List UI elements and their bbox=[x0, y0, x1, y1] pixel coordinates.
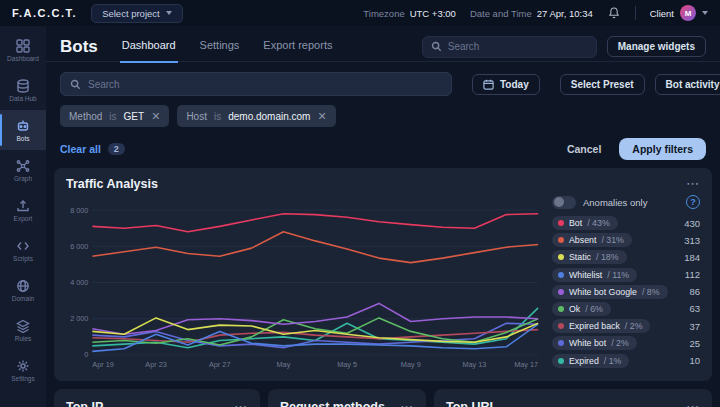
clear-all-button[interactable]: Clear all 2 bbox=[60, 143, 125, 155]
legend-count: 430 bbox=[684, 218, 700, 229]
page-title: Bots bbox=[60, 37, 98, 57]
select-project-button[interactable]: Select project bbox=[91, 4, 183, 23]
more-icon[interactable]: ⋯ bbox=[234, 403, 248, 407]
legend-count: 313 bbox=[684, 235, 700, 246]
rules-icon bbox=[16, 319, 30, 333]
today-label: Today bbox=[500, 79, 529, 90]
top-ip-card: Top IP ⋯ bbox=[54, 389, 260, 407]
globe-icon bbox=[16, 279, 30, 293]
cancel-button[interactable]: Cancel bbox=[557, 139, 611, 159]
legend-item[interactable]: Ok/ 6%63 bbox=[552, 302, 700, 316]
chip-value: GET bbox=[124, 111, 145, 122]
widget-search[interactable] bbox=[422, 36, 597, 58]
svg-text:May 13: May 13 bbox=[462, 360, 486, 369]
sidebar-item-label: Dashboard bbox=[7, 55, 39, 62]
client-label: Client bbox=[650, 8, 674, 19]
legend-item[interactable]: Whitelist/ 11%112 bbox=[552, 268, 700, 282]
filter-search[interactable] bbox=[60, 72, 452, 96]
close-icon[interactable]: ✕ bbox=[151, 111, 160, 122]
card-title: Top IP bbox=[66, 400, 103, 407]
bot-icon bbox=[16, 119, 30, 133]
close-icon[interactable]: ✕ bbox=[317, 111, 326, 122]
legend-label: White bot bbox=[569, 338, 606, 348]
sidebar-item-label: Graph bbox=[14, 175, 32, 182]
legend-color-dot bbox=[558, 272, 564, 278]
chip-field: Method bbox=[69, 111, 102, 122]
legend-item[interactable]: Bot/ 43%430 bbox=[552, 216, 700, 230]
clear-all-label: Clear all bbox=[60, 143, 101, 155]
legend-item[interactable]: Static/ 18%184 bbox=[552, 250, 700, 264]
filter-search-input[interactable] bbox=[88, 79, 442, 90]
sidebar-item-scripts[interactable]: Scripts bbox=[0, 230, 46, 270]
sidebar-item-export[interactable]: Export bbox=[0, 190, 46, 230]
sidebar-item-label: Export bbox=[14, 215, 33, 222]
timezone-value: UTC +3:00 bbox=[410, 8, 456, 19]
legend-item[interactable]: Expired/ 1%10 bbox=[552, 354, 700, 368]
legend-percent: / 43% bbox=[587, 218, 610, 228]
chip-value: demo.domain.com bbox=[228, 111, 310, 122]
line-chart: 02 0004 0006 0008 000Apr 19Apr 23Apr 27M… bbox=[66, 193, 544, 371]
filter-chip-host[interactable]: Host is demo.domain.com ✕ bbox=[177, 105, 335, 127]
dashboard-icon bbox=[16, 39, 30, 53]
sidebar-item-dashboard[interactable]: Dashboard bbox=[0, 30, 46, 70]
sidebar-item-label: Rules bbox=[15, 335, 32, 342]
sidebar-item-settings[interactable]: Settings bbox=[0, 350, 46, 390]
search-input[interactable] bbox=[448, 41, 588, 52]
top-uri-card: Top URI ⋯ bbox=[434, 389, 712, 407]
legend-percent: / 11% bbox=[607, 270, 629, 280]
legend-item[interactable]: White bot Google/ 8%86 bbox=[552, 285, 700, 299]
chart-series-absent bbox=[92, 232, 538, 263]
svg-text:May 17: May 17 bbox=[514, 360, 538, 369]
svg-text:May 9: May 9 bbox=[401, 360, 421, 369]
tab-settings[interactable]: Settings bbox=[198, 30, 242, 63]
preset-bot-activity-button[interactable]: Bot activity bbox=[655, 74, 720, 95]
sidebar-item-data-hub[interactable]: Data Hub bbox=[0, 70, 46, 110]
sidebar-item-graph[interactable]: Graph bbox=[0, 150, 46, 190]
more-icon[interactable]: ⋯ bbox=[686, 403, 700, 407]
svg-text:4 000: 4 000 bbox=[70, 278, 88, 287]
today-button[interactable]: Today bbox=[472, 74, 540, 95]
chevron-down-icon bbox=[166, 11, 172, 15]
legend-percent: / 2% bbox=[625, 321, 643, 331]
chart-series-bot bbox=[92, 214, 538, 232]
svg-text:May 5: May 5 bbox=[337, 360, 357, 369]
legend-item[interactable]: White bot/ 2%25 bbox=[552, 336, 700, 350]
sidebar-item-label: Scripts bbox=[13, 255, 33, 262]
legend-color-dot bbox=[558, 254, 564, 260]
traffic-analysis-card: Traffic Analysis ⋯ 02 0004 0006 0008 000… bbox=[54, 168, 712, 381]
more-icon[interactable]: ⋯ bbox=[686, 180, 700, 188]
legend-color-dot bbox=[558, 237, 564, 243]
legend-item[interactable]: Absent/ 31%313 bbox=[552, 233, 700, 247]
legend-percent: / 6% bbox=[585, 304, 603, 314]
topbar: F.A.C.C.T. Select project Timezone UTC +… bbox=[0, 0, 720, 26]
manage-widgets-button[interactable]: Manage widgets bbox=[607, 36, 706, 57]
apply-filters-button[interactable]: Apply filters bbox=[619, 138, 706, 160]
sidebar-item-bots[interactable]: Bots bbox=[0, 110, 46, 150]
svg-text:Apr 23: Apr 23 bbox=[145, 360, 167, 369]
timezone: Timezone UTC +3:00 bbox=[363, 8, 456, 19]
bell-icon[interactable] bbox=[607, 6, 621, 20]
legend-label: Absent bbox=[569, 235, 596, 245]
sidebar-item-rules[interactable]: Rules bbox=[0, 310, 46, 350]
search-icon bbox=[431, 41, 442, 52]
tab-export-reports[interactable]: Export reports bbox=[261, 30, 334, 63]
svg-text:0: 0 bbox=[84, 350, 88, 359]
select-preset-button[interactable]: Select Preset bbox=[560, 74, 645, 95]
filter-chip-method[interactable]: Method is GET ✕ bbox=[60, 105, 169, 127]
legend-item[interactable]: Expired back/ 2%37 bbox=[552, 319, 700, 333]
legend-color-dot bbox=[558, 289, 564, 295]
legend-percent: / 2% bbox=[611, 338, 629, 348]
export-icon bbox=[16, 199, 30, 213]
avatar: M bbox=[680, 5, 696, 21]
svg-text:Apr 19: Apr 19 bbox=[92, 360, 114, 369]
help-icon[interactable]: ? bbox=[686, 195, 700, 209]
svg-text:May: May bbox=[277, 360, 291, 369]
tab-dashboard[interactable]: Dashboard bbox=[120, 30, 178, 63]
calendar-icon bbox=[483, 79, 494, 90]
client-menu[interactable]: Client M bbox=[650, 5, 708, 21]
filter-count-badge: 2 bbox=[108, 143, 125, 155]
legend-color-dot bbox=[558, 358, 564, 364]
anomalies-toggle[interactable] bbox=[552, 196, 576, 209]
sidebar-item-domain[interactable]: Domain bbox=[0, 270, 46, 310]
more-icon[interactable]: ⋯ bbox=[400, 403, 414, 407]
